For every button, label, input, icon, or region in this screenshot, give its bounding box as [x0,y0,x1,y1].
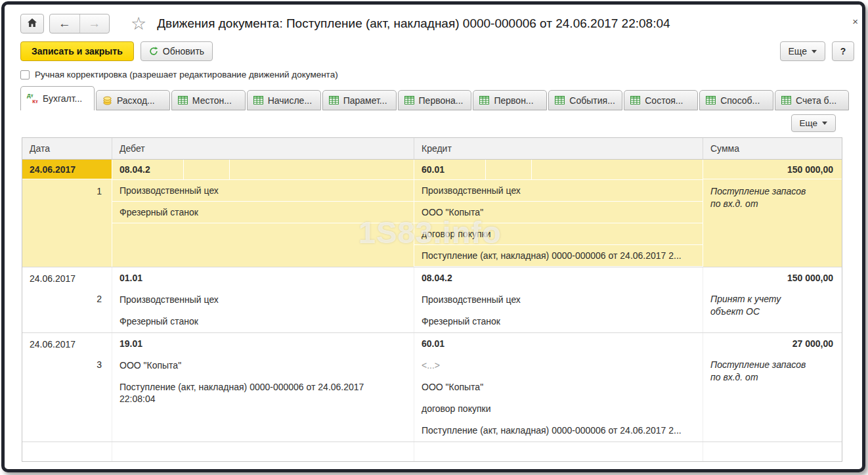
back-arrow-icon: ← [58,16,71,31]
date-column: 24.06.2017 2 [22,267,112,332]
tab-parameters[interactable]: Парамет... [322,90,397,110]
table-more-label: Еще [800,118,817,128]
favorites-star-icon[interactable]: ☆ [131,15,146,33]
row-date[interactable]: 24.06.2017 [22,160,112,179]
credit-column: 60.01 Производственный цех ООО "Копыта" … [414,160,703,267]
tab-label: Первона... [419,95,464,106]
column-header-date[interactable]: Дата [22,138,112,159]
tab-accounting[interactable]: ДтКт Бухгалт... [20,86,95,110]
home-button[interactable] [20,14,44,34]
table-row[interactable]: 24.06.2017 1 08.04.2 Производственный це… [22,160,842,267]
tab-accrual[interactable]: Начисле... [247,90,321,110]
sum-column: 150 000,00 Принят к учету объект ОС [703,267,842,332]
row-amount[interactable]: 150 000,00 [703,160,842,179]
tab-label: Счета б... [796,95,836,106]
date-column: 24.06.2017 1 [22,160,112,267]
column-header-sum[interactable]: Сумма [703,138,842,159]
tab-events[interactable]: События... [548,90,622,110]
refresh-button-label: Обновить [163,46,204,57]
tab-label: События... [569,95,615,106]
credit-column: 08.04.2 Производственный цех Фрезерный с… [414,267,703,332]
table-icon [630,96,640,104]
debit-account[interactable]: 08.04.2 [112,160,183,179]
table-icon [781,96,791,104]
sum-column: 150 000,00 Поступление запасов по вх.д. … [703,160,842,267]
credit-account[interactable]: 08.04.2 [414,267,703,289]
refresh-button[interactable]: Обновить [141,41,213,61]
tab-label: Первон... [494,95,533,106]
refresh-icon [149,47,158,56]
debit-column: 01.01 Производственный цех Фрезерный ста… [112,267,414,332]
chevron-down-icon [822,122,827,125]
credit-detail[interactable]: Производственный цех [414,289,703,311]
tab-accounts[interactable]: Счета б... [775,90,849,110]
column-header-debit[interactable]: Дебет [112,138,414,159]
debit-detail[interactable]: Фрезерный станок [112,311,414,332]
credit-detail[interactable]: <...> [414,355,703,376]
sum-column: 27 000,00 Поступление запасов по вх.д. о… [703,333,842,441]
credit-detail[interactable]: Фрезерный станок [414,311,703,332]
credit-detail[interactable]: ООО "Копыта" [414,376,703,398]
column-header-credit[interactable]: Кредит [414,138,703,159]
tab-expenses[interactable]: Расход... [96,90,170,110]
command-bar: Записать и закрыть Обновить Еще ? [20,41,854,61]
forward-button[interactable]: → [80,14,110,33]
row-number: 1 [22,179,112,201]
chevron-down-icon [812,50,817,53]
credit-account[interactable]: 60.01 [414,333,703,355]
coins-icon [102,95,112,105]
tab-initial-info-2[interactable]: Первон... [473,90,547,110]
tab-label: Состоя... [645,95,683,106]
manual-correction-checkbox[interactable] [20,70,30,79]
table-toolbar: Еще [5,114,836,132]
debit-detail[interactable]: Поступление (акт, накладная) 0000-000006… [112,376,414,405]
table-row[interactable]: 24.06.2017 3 19.01 ООО "Копыта" Поступле… [22,332,842,441]
debit-detail[interactable]: ООО "Копыта" [112,355,414,376]
tab-label: Бухгалт... [43,93,82,104]
credit-detail[interactable]: Производственный цех [414,180,703,202]
manual-correction-label: Ручная корректировка (разрешает редактир… [35,70,338,79]
tab-states[interactable]: Состоя... [624,90,698,110]
table-icon [479,96,489,104]
navigation-bar: ← → ☆ Движения документа: Поступление (а… [20,12,856,35]
table-icon [253,96,263,104]
table-icon [706,96,716,104]
debit-column: 19.01 ООО "Копыта" Поступление (акт, нак… [112,333,414,441]
credit-detail[interactable]: договор покупки [414,223,703,245]
document-movements-window: ← → ☆ Движения документа: Поступление (а… [1,1,865,472]
credit-detail[interactable]: Поступление (акт, накладная) 0000-000006… [414,245,703,267]
tab-label: Начисле... [268,95,312,106]
tab-location[interactable]: Местон... [171,90,246,110]
page-title: Движения документа: Поступление (акт, на… [157,16,670,31]
forward-arrow-icon: → [88,16,100,31]
save-and-close-button[interactable]: Записать и закрыть [20,41,134,61]
credit-subcell [485,160,531,179]
debit-account[interactable]: 01.01 [112,267,414,289]
row-date[interactable]: 24.06.2017 [22,267,112,287]
credit-detail[interactable]: договор покупки [414,398,703,420]
debit-subcell [229,160,414,179]
debit-detail[interactable]: Производственный цех [112,180,414,202]
debit-account[interactable]: 19.01 [112,333,414,355]
close-icon[interactable]: × [852,16,858,27]
row-amount[interactable]: 150 000,00 [703,267,842,287]
tab-initial-info-1[interactable]: Первона... [398,90,472,110]
more-button-label: Еще [789,46,808,57]
table-more-button[interactable]: Еще [791,114,836,132]
back-button[interactable]: ← [50,14,80,33]
credit-detail[interactable]: ООО "Копыта" [414,202,703,223]
table-icon [555,96,565,104]
row-date[interactable]: 24.06.2017 [22,333,112,353]
more-button[interactable]: Еще [780,41,826,61]
credit-subcell [531,160,703,179]
table-row[interactable]: 24.06.2017 2 01.01 Производственный цех … [22,267,842,332]
tab-label: Парамет... [343,95,387,106]
help-button[interactable]: ? [832,41,854,61]
row-amount[interactable]: 27 000,00 [703,333,842,353]
debit-detail[interactable]: Фрезерный станок [112,202,414,223]
credit-detail[interactable]: Поступление (акт, накладная) 0000-000006… [414,420,703,441]
row-number: 3 [22,353,112,374]
credit-account[interactable]: 60.01 [414,160,485,179]
debit-detail[interactable]: Производственный цех [112,289,414,311]
tab-methods[interactable]: Способ... [699,90,773,110]
